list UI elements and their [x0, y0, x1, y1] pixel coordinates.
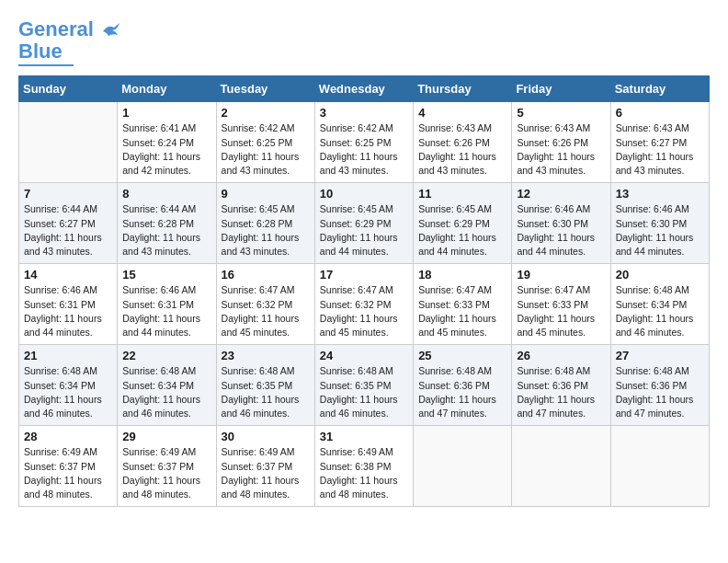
calendar-cell: 5Sunrise: 6:43 AM Sunset: 6:26 PM Daylig…: [512, 102, 610, 183]
day-number: 26: [517, 349, 605, 362]
calendar-week-row: 21Sunrise: 6:48 AM Sunset: 6:34 PM Dayli…: [19, 345, 710, 426]
cell-sun-info: Sunrise: 6:44 AM Sunset: 6:28 PM Dayligh…: [122, 202, 210, 259]
logo: General Blue: [18, 18, 121, 66]
calendar-cell: 26Sunrise: 6:48 AM Sunset: 6:36 PM Dayli…: [512, 345, 610, 426]
logo-text: General: [18, 18, 121, 40]
calendar-cell: 11Sunrise: 6:45 AM Sunset: 6:29 PM Dayli…: [414, 183, 512, 264]
cell-sun-info: Sunrise: 6:48 AM Sunset: 6:35 PM Dayligh…: [320, 364, 408, 420]
calendar-cell: 19Sunrise: 6:47 AM Sunset: 6:33 PM Dayli…: [512, 264, 610, 345]
day-number: 13: [616, 187, 704, 201]
calendar-cell: 30Sunrise: 6:49 AM Sunset: 6:37 PM Dayli…: [216, 426, 314, 507]
day-number: 19: [517, 268, 605, 282]
day-number: 22: [122, 349, 210, 362]
cell-sun-info: Sunrise: 6:46 AM Sunset: 6:30 PM Dayligh…: [517, 202, 605, 259]
cell-sun-info: Sunrise: 6:49 AM Sunset: 6:37 PM Dayligh…: [222, 445, 310, 501]
calendar-cell: 1Sunrise: 6:41 AM Sunset: 6:24 PM Daylig…: [118, 102, 216, 183]
day-number: 3: [320, 106, 408, 120]
day-number: 15: [122, 268, 210, 282]
calendar-cell: 3Sunrise: 6:42 AM Sunset: 6:25 PM Daylig…: [314, 102, 413, 183]
weekday-header: Friday: [512, 76, 610, 102]
cell-sun-info: Sunrise: 6:47 AM Sunset: 6:32 PM Dayligh…: [222, 283, 310, 339]
day-number: 12: [517, 187, 605, 201]
cell-sun-info: Sunrise: 6:46 AM Sunset: 6:30 PM Dayligh…: [616, 202, 704, 259]
calendar-cell: 25Sunrise: 6:48 AM Sunset: 6:36 PM Dayli…: [414, 345, 512, 426]
cell-sun-info: Sunrise: 6:42 AM Sunset: 6:25 PM Dayligh…: [222, 121, 310, 178]
day-number: 1: [122, 106, 210, 120]
day-number: 7: [24, 187, 112, 201]
calendar-cell: 10Sunrise: 6:45 AM Sunset: 6:29 PM Dayli…: [314, 183, 413, 264]
day-number: 29: [122, 430, 210, 443]
cell-sun-info: Sunrise: 6:49 AM Sunset: 6:37 PM Dayligh…: [24, 445, 112, 501]
calendar-cell: 29Sunrise: 6:49 AM Sunset: 6:37 PM Dayli…: [118, 426, 216, 507]
calendar-cell: 14Sunrise: 6:46 AM Sunset: 6:31 PM Dayli…: [19, 264, 118, 345]
calendar-cell: [512, 426, 610, 507]
cell-sun-info: Sunrise: 6:48 AM Sunset: 6:35 PM Dayligh…: [222, 364, 310, 420]
calendar-week-row: 7Sunrise: 6:44 AM Sunset: 6:27 PM Daylig…: [19, 183, 710, 264]
cell-sun-info: Sunrise: 6:42 AM Sunset: 6:25 PM Dayligh…: [320, 121, 408, 178]
cell-sun-info: Sunrise: 6:49 AM Sunset: 6:37 PM Dayligh…: [122, 445, 210, 501]
calendar-cell: [19, 102, 118, 183]
day-number: 4: [418, 106, 506, 120]
cell-sun-info: Sunrise: 6:49 AM Sunset: 6:38 PM Dayligh…: [320, 445, 408, 501]
calendar-cell: 28Sunrise: 6:49 AM Sunset: 6:37 PM Dayli…: [19, 426, 118, 507]
day-number: 23: [222, 349, 310, 362]
day-number: 20: [616, 268, 704, 282]
weekday-header: Monday: [118, 76, 216, 102]
calendar-cell: [610, 426, 709, 507]
calendar-cell: 12Sunrise: 6:46 AM Sunset: 6:30 PM Dayli…: [512, 183, 610, 264]
calendar-cell: 7Sunrise: 6:44 AM Sunset: 6:27 PM Daylig…: [19, 183, 118, 264]
weekday-header: Tuesday: [216, 76, 314, 102]
calendar-cell: 24Sunrise: 6:48 AM Sunset: 6:35 PM Dayli…: [314, 345, 413, 426]
cell-sun-info: Sunrise: 6:48 AM Sunset: 6:34 PM Dayligh…: [24, 364, 112, 420]
calendar-week-row: 14Sunrise: 6:46 AM Sunset: 6:31 PM Dayli…: [19, 264, 710, 345]
calendar-table: SundayMondayTuesdayWednesdayThursdayFrid…: [18, 75, 710, 507]
cell-sun-info: Sunrise: 6:48 AM Sunset: 6:34 PM Dayligh…: [616, 283, 704, 339]
cell-sun-info: Sunrise: 6:45 AM Sunset: 6:29 PM Dayligh…: [320, 202, 408, 259]
calendar-cell: 16Sunrise: 6:47 AM Sunset: 6:32 PM Dayli…: [216, 264, 314, 345]
cell-sun-info: Sunrise: 6:48 AM Sunset: 6:36 PM Dayligh…: [517, 364, 605, 420]
day-number: 14: [24, 268, 112, 282]
day-number: 30: [222, 430, 310, 443]
day-number: 24: [320, 349, 408, 362]
calendar-cell: 23Sunrise: 6:48 AM Sunset: 6:35 PM Dayli…: [216, 345, 314, 426]
cell-sun-info: Sunrise: 6:45 AM Sunset: 6:29 PM Dayligh…: [418, 202, 506, 259]
header: General Blue: [18, 18, 710, 66]
calendar-cell: 15Sunrise: 6:46 AM Sunset: 6:31 PM Dayli…: [118, 264, 216, 345]
weekday-header: Saturday: [610, 76, 709, 102]
cell-sun-info: Sunrise: 6:46 AM Sunset: 6:31 PM Dayligh…: [122, 283, 210, 339]
calendar-cell: 27Sunrise: 6:48 AM Sunset: 6:36 PM Dayli…: [610, 345, 709, 426]
cell-sun-info: Sunrise: 6:43 AM Sunset: 6:26 PM Dayligh…: [517, 121, 605, 178]
page: General Blue SundayMondayTuesdayWednesda…: [0, 0, 728, 516]
bird-icon: [101, 22, 121, 39]
cell-sun-info: Sunrise: 6:47 AM Sunset: 6:33 PM Dayligh…: [517, 283, 605, 339]
day-number: 27: [616, 349, 704, 362]
day-number: 2: [222, 106, 310, 120]
cell-sun-info: Sunrise: 6:48 AM Sunset: 6:34 PM Dayligh…: [122, 364, 210, 420]
calendar-cell: 31Sunrise: 6:49 AM Sunset: 6:38 PM Dayli…: [314, 426, 413, 507]
cell-sun-info: Sunrise: 6:44 AM Sunset: 6:27 PM Dayligh…: [24, 202, 112, 259]
day-number: 6: [616, 106, 704, 120]
weekday-header: Sunday: [19, 76, 118, 102]
calendar-cell: 18Sunrise: 6:47 AM Sunset: 6:33 PM Dayli…: [414, 264, 512, 345]
day-number: 9: [222, 187, 310, 201]
day-number: 21: [24, 349, 112, 362]
calendar-cell: 13Sunrise: 6:46 AM Sunset: 6:30 PM Dayli…: [610, 183, 709, 264]
calendar-week-row: 28Sunrise: 6:49 AM Sunset: 6:37 PM Dayli…: [19, 426, 710, 507]
day-number: 5: [517, 106, 605, 120]
calendar-cell: 20Sunrise: 6:48 AM Sunset: 6:34 PM Dayli…: [610, 264, 709, 345]
cell-sun-info: Sunrise: 6:47 AM Sunset: 6:32 PM Dayligh…: [320, 283, 408, 339]
day-number: 16: [222, 268, 310, 282]
calendar-header-row: SundayMondayTuesdayWednesdayThursdayFrid…: [19, 76, 710, 102]
day-number: 8: [122, 187, 210, 201]
weekday-header: Wednesday: [314, 76, 413, 102]
cell-sun-info: Sunrise: 6:46 AM Sunset: 6:31 PM Dayligh…: [24, 283, 112, 339]
calendar-cell: [414, 426, 512, 507]
day-number: 17: [320, 268, 408, 282]
cell-sun-info: Sunrise: 6:45 AM Sunset: 6:28 PM Dayligh…: [222, 202, 310, 259]
calendar-cell: 2Sunrise: 6:42 AM Sunset: 6:25 PM Daylig…: [216, 102, 314, 183]
logo-divider: [18, 64, 74, 66]
cell-sun-info: Sunrise: 6:48 AM Sunset: 6:36 PM Dayligh…: [418, 364, 506, 420]
calendar-week-row: 1Sunrise: 6:41 AM Sunset: 6:24 PM Daylig…: [19, 102, 710, 183]
calendar-cell: 8Sunrise: 6:44 AM Sunset: 6:28 PM Daylig…: [118, 183, 216, 264]
calendar-cell: 4Sunrise: 6:43 AM Sunset: 6:26 PM Daylig…: [414, 102, 512, 183]
